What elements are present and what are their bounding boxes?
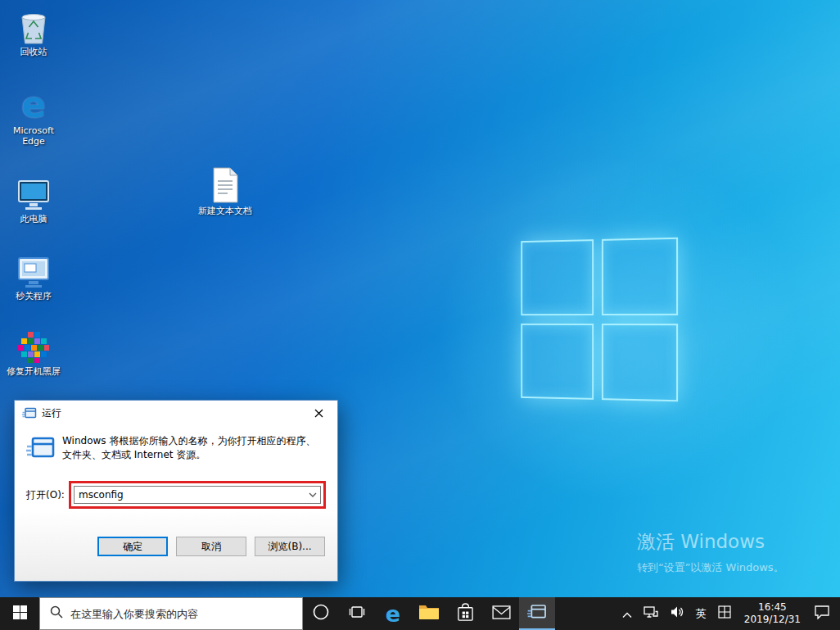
windows-logo-pane: [521, 239, 594, 315]
run-window-icon: [22, 406, 37, 419]
network-status-button[interactable]: [638, 597, 664, 630]
mosaic-icon: [17, 326, 50, 364]
cancel-button[interactable]: 取消: [176, 537, 246, 556]
task-view-icon: [349, 605, 365, 622]
taskbar: e: [0, 597, 840, 630]
system-tray: 英 16:45 2019/12/31: [616, 597, 840, 630]
desktop-icon-this-pc[interactable]: 此电脑: [3, 174, 64, 224]
clock-date: 2019/12/31: [744, 614, 801, 626]
ime-mode-button[interactable]: [712, 597, 737, 630]
cortana-icon: [312, 603, 330, 624]
run-dialog-title: 运行: [42, 406, 61, 420]
program-monitor-icon: [16, 251, 52, 288]
open-combobox[interactable]: [74, 486, 321, 504]
run-dialog: 运行 Windows 将根据你所输入的名称，为你打开相应的程序、 文件夹、文档或…: [14, 400, 338, 582]
desktop-icon-label: 回收站: [20, 47, 47, 57]
desktop-icon-repair-tool[interactable]: 修复开机黑屏: [3, 326, 64, 377]
taskbar-search-box[interactable]: [39, 597, 303, 630]
network-icon: [644, 605, 658, 622]
text-file-icon: [211, 165, 239, 203]
folder-icon: [418, 604, 440, 623]
notification-icon: [814, 605, 830, 623]
cortana-button[interactable]: [303, 597, 339, 630]
run-dialog-body: Windows 将根据你所输入的名称，为你打开相应的程序、 文件夹、文档或 In…: [15, 425, 337, 581]
edge-taskbar-button[interactable]: e: [375, 597, 411, 630]
ime-grid-icon: [718, 605, 731, 622]
windows-start-icon: [13, 605, 27, 623]
ok-button[interactable]: 确定: [97, 537, 168, 556]
desktop-icon-label: 新建文本文档: [198, 206, 252, 216]
store-icon: [457, 603, 474, 625]
ime-language-indicator[interactable]: 英: [690, 597, 712, 630]
taskbar-clock[interactable]: 16:45 2019/12/31: [737, 597, 808, 630]
start-button[interactable]: [0, 597, 39, 630]
clock-time: 16:45: [758, 601, 787, 614]
edge-icon: e: [21, 85, 46, 123]
open-label: 打开(O):: [26, 488, 69, 502]
search-input[interactable]: [70, 608, 292, 620]
speaker-icon: [670, 605, 684, 622]
windows-logo: [521, 238, 678, 402]
desktop-icon-program[interactable]: 秒关程序: [3, 251, 64, 301]
desktop-icon-text-document[interactable]: 新建文本文档: [195, 165, 255, 216]
watermark-line1: 激活 Windows: [637, 529, 784, 555]
run-window-icon: [527, 604, 547, 623]
desktop-icon-edge[interactable]: e Microsoft Edge: [3, 85, 64, 147]
tray-overflow-button[interactable]: [616, 597, 638, 630]
run-taskbar-button[interactable]: [519, 597, 555, 630]
desktop-icon-label: 此电脑: [20, 214, 47, 224]
chevron-down-icon[interactable]: [305, 487, 320, 503]
desktop-icon-label: 修复开机黑屏: [7, 366, 61, 377]
file-explorer-button[interactable]: [411, 597, 447, 630]
run-dialog-titlebar[interactable]: 运行: [15, 401, 337, 425]
edge-icon: e: [386, 603, 400, 625]
run-icon: [26, 436, 56, 463]
windows-logo-pane: [602, 324, 678, 401]
run-description: Windows 将根据你所输入的名称，为你打开相应的程序、 文件夹、文档或 In…: [62, 434, 323, 462]
recycle-bin-icon: [18, 7, 49, 44]
volume-button[interactable]: [664, 597, 690, 630]
mail-button[interactable]: [483, 597, 519, 630]
browse-button[interactable]: 浏览(B)...: [255, 537, 325, 556]
action-center-button[interactable]: [808, 597, 840, 630]
desktop-icon-label: 秒关程序: [16, 291, 52, 301]
mail-icon: [492, 605, 511, 623]
desktop-icon-recycle-bin[interactable]: 回收站: [3, 7, 64, 57]
activate-windows-watermark: 激活 Windows 转到“设置”以激活 Windows。: [637, 529, 784, 575]
task-view-button[interactable]: [339, 597, 375, 630]
search-icon: [50, 605, 63, 622]
desktop-icon-label: Microsoft Edge: [3, 125, 64, 147]
annotation-highlight-box: [69, 481, 326, 509]
open-input[interactable]: [75, 487, 305, 503]
microsoft-store-button[interactable]: [447, 597, 483, 630]
chevron-up-icon: [622, 606, 632, 622]
windows-logo-pane: [521, 324, 594, 400]
close-icon[interactable]: [300, 401, 337, 425]
this-pc-icon: [16, 174, 52, 211]
watermark-line2: 转到“设置”以激活 Windows。: [637, 560, 784, 575]
windows-logo-pane: [602, 238, 678, 315]
